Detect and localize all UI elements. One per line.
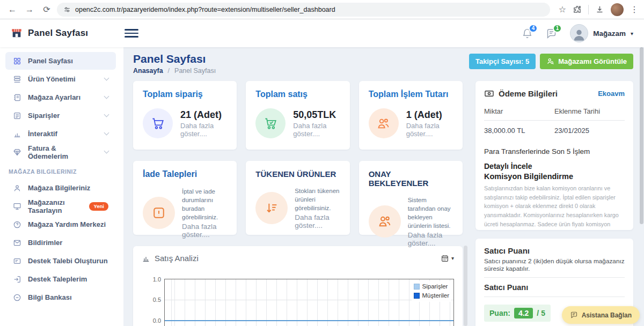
box-arrow-in-icon	[13, 275, 21, 284]
score-label: Puan:	[489, 309, 510, 317]
sidebar-item-design-store[interactable]: Mağazanızı Tasarlayın Yeni	[5, 197, 116, 215]
brand[interactable]: Panel Sayfası	[11, 27, 125, 39]
address-bar[interactable]: openc2c.com.tr/pazaryeridemo/index.php?r…	[57, 3, 550, 17]
sidebar-item-label: Mağaza Yardım Merkezi	[28, 220, 106, 228]
sidebar-item-knowledge-base[interactable]: Bilgi Bankası	[5, 288, 116, 306]
sidebar-item-my-tickets[interactable]: Destek Taleplerim	[5, 270, 116, 288]
notification-count-badge: 4	[529, 24, 538, 33]
sidebar-item-label: Panel Sayfası	[28, 57, 73, 65]
account-label: Mağazam	[593, 29, 626, 38]
column-header-date: Eklenme Tarihi	[554, 107, 625, 121]
info-card-pending-approval: ONAY BEKLEYENLER Sistem tarafından onay …	[359, 161, 463, 235]
sidebar-item-help-center[interactable]: Mağaza Yardım Merkezi	[5, 216, 116, 233]
y-axis-tick: 1.0	[153, 276, 165, 283]
commission-title: Komisyon Bilgilendirme	[484, 172, 625, 181]
screen: ← → ⟳ openc2c.com.tr/pazaryeridemo/index…	[0, 0, 644, 326]
stat-title: Toplam sipariş	[143, 90, 227, 99]
score-value-badge: 4.2	[514, 308, 533, 318]
sidebar-item-dashboard[interactable]: Panel Sayfası	[5, 52, 116, 70]
sidebar-item-label: Destek Talebi Oluşturun	[28, 257, 108, 265]
chart-date-range-button[interactable]: ▾	[441, 254, 454, 263]
show-more-link[interactable]: Daha fazla göster....	[408, 231, 453, 247]
sidebar-item-notifications[interactable]: Bildirimler	[5, 234, 116, 251]
account-menu[interactable]: Mağazam ▾	[570, 24, 633, 42]
stat-value: 1 (Adet)	[406, 109, 453, 121]
sidebar-item-create-ticket[interactable]: Destek Talebi Oluşturun	[5, 252, 116, 270]
content-scrollbar-thumb[interactable]	[464, 246, 467, 326]
seller-score-title: Satıcı Puanı	[484, 246, 625, 255]
chevron-down-icon	[104, 112, 109, 117]
series-line-orders	[165, 320, 453, 321]
stat-title: Toplam İşlem Tutarı	[369, 90, 453, 99]
sidebar-toggle-icon[interactable]	[125, 29, 138, 38]
table-row: 38,000.00 TL 23/01/2025	[484, 121, 625, 138]
sort-down-icon	[255, 192, 288, 224]
transfers-title: Para Transferlerinde Son 5 İşlem	[484, 147, 625, 155]
browser-menu-icon[interactable]: ⋮	[630, 4, 639, 14]
show-more-link[interactable]: Daha fazla göster....	[182, 223, 227, 239]
sidebar-item-product-management[interactable]: Ürün Yönetimi	[5, 70, 116, 88]
store-name-link[interactable]: Ekoavm	[598, 90, 625, 98]
download-icon[interactable]	[595, 5, 604, 14]
sidebar-item-store-info[interactable]: Mağaza Bilgileriniz	[5, 179, 116, 197]
info-title: ONAY BEKLEYENLER	[369, 169, 453, 188]
view-store-button[interactable]: Mağazamı Görüntüle	[540, 54, 633, 69]
browser-scrollbar[interactable]	[639, 19, 644, 326]
storefront-logo-icon	[11, 27, 23, 39]
forward-icon[interactable]: →	[23, 3, 36, 17]
chart-icon	[142, 254, 150, 263]
messages-button[interactable]: 1	[546, 28, 557, 39]
reload-icon[interactable]: ⟳	[40, 3, 54, 17]
sidebar-item-label: Destek Taleplerim	[28, 275, 87, 283]
legend-label: Müşteriler	[422, 291, 449, 300]
breadcrumb: Anasayfa / Panel Sayfası	[133, 67, 216, 75]
cell-amount: 38,000.00 TL	[484, 121, 554, 138]
legend-swatch-customers	[414, 293, 420, 299]
info-desc: İptal ve iade durumlarını buradan görebi…	[182, 187, 227, 221]
payment-table: Miktar Eklenme Tarihi 38,000.00 TL 23/01…	[484, 107, 625, 138]
gridline	[165, 300, 453, 300]
show-more-link[interactable]: Daha fazla göster....	[180, 122, 227, 138]
chart-legend: Siparişler Müşteriler	[412, 281, 451, 302]
scrollbar-thumb[interactable]	[640, 47, 643, 224]
show-more-link[interactable]: Daha fazla göster....	[406, 122, 453, 138]
page-title: Panel Sayfası	[133, 53, 216, 65]
detail-link[interactable]: Detaylı İncele	[484, 162, 625, 171]
list-icon	[13, 112, 21, 120]
sidebar-item-store-settings[interactable]: Mağaza Ayarları	[5, 88, 116, 106]
stat-card-total-sales: Toplam satış 50,05TLK Daha fazla göster.…	[246, 81, 349, 150]
show-more-link[interactable]: Daha fazla göster....	[295, 213, 340, 229]
follower-count-button[interactable]: Takipçi Sayısı: 5	[469, 54, 536, 69]
cell-date: 23/01/2025	[554, 121, 625, 138]
account-caret-icon: ▾	[631, 31, 633, 36]
sidebar-item-orders[interactable]: Siparişler	[5, 107, 116, 124]
sidebar-item-label: İnteraktif	[28, 130, 57, 138]
app-title: Panel Sayfası	[28, 28, 88, 39]
sidebar-item-invoices-payments[interactable]: Fatura & Ödemelerim	[5, 143, 116, 161]
stat-title: Toplam satış	[255, 90, 340, 99]
assistant-chat-icon	[570, 311, 578, 319]
back-icon[interactable]: ←	[5, 3, 19, 17]
score-chip: Puan: 4.2 / 5	[484, 305, 551, 322]
calendar-icon	[441, 254, 449, 263]
info-desc: Sistem tarafından onay bekleyen ürünleri…	[408, 196, 453, 230]
bookmark-star-icon[interactable]: ☆	[559, 4, 566, 14]
y-axis-tick: 0.0	[153, 317, 165, 324]
legend-label: Siparişler	[422, 282, 448, 291]
banknote-icon	[484, 88, 494, 99]
browser-profile-avatar[interactable]	[611, 3, 624, 16]
show-more-link[interactable]: Daha fazla göster....	[293, 122, 340, 138]
stat-card-total-orders: Toplam sipariş 21 (Adet) Daha fazla göst…	[133, 81, 237, 150]
chart-plot-area: 1.0 0.5 0.0 Siparişler Müşteriler	[164, 279, 454, 326]
stat-card-total-transactions: Toplam İşlem Tutarı 1 (Adet) Daha fazla …	[359, 81, 463, 150]
sidebar-item-interactive[interactable]: İnteraktif	[5, 125, 116, 143]
notifications-button[interactable]: 4	[522, 28, 533, 39]
users-icon	[369, 205, 401, 238]
connect-assistant-button[interactable]: Asistana Bağlan	[562, 306, 640, 324]
breadcrumb-home[interactable]: Anasayfa	[133, 67, 163, 75]
sidebar-item-label: Mağaza Ayarları	[28, 93, 80, 101]
info-title: İade Talepleri	[143, 169, 227, 179]
sidebar-item-label: Mağaza Bilgileriniz	[28, 184, 90, 192]
site-settings-icon[interactable]	[63, 6, 71, 13]
extensions-icon[interactable]	[573, 5, 582, 14]
